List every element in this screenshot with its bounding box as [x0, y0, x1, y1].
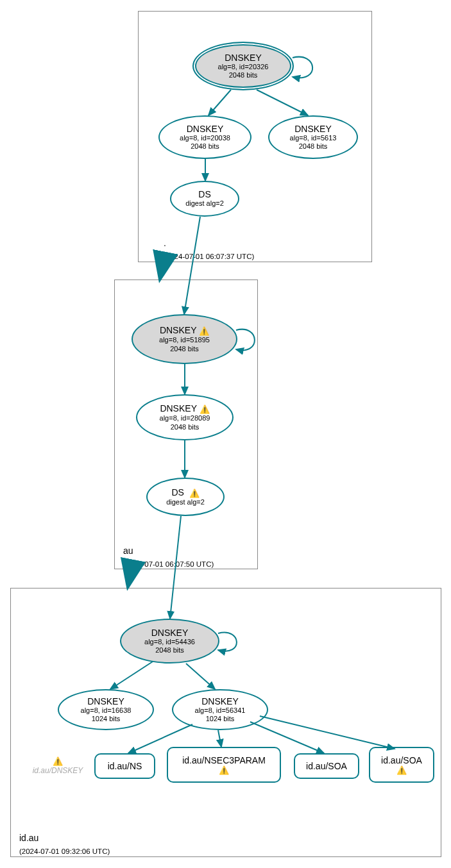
node-title: DS [198, 189, 210, 199]
node-sub1: digest alg=2 [185, 199, 224, 208]
node-rr-n3p: id.au/NSEC3PARAM ⚠️ [167, 747, 281, 783]
node-title: DS ⚠️ [171, 487, 199, 498]
warning-icon: ⚠️ [53, 756, 63, 766]
node-title: DNSKEY [87, 696, 124, 706]
warning-icon: ⚠️ [199, 326, 209, 336]
node-au-ksk: DNSKEY ⚠️ alg=8, id=51895 2048 bits [132, 314, 237, 364]
node-root-ds: DS digest alg=2 [170, 181, 239, 217]
node-root-zsk2: DNSKEY alg=8, id=5613 2048 bits [268, 115, 358, 159]
node-sub2: 2048 bits [155, 646, 184, 655]
node-title: DNSKEY ⚠️ [160, 403, 209, 414]
node-title: DNSKEY [151, 628, 189, 638]
node-title: DNSKEY [187, 124, 224, 134]
node-rr-ns: id.au/NS [94, 753, 155, 779]
zone-ts: (2024-07-01 06:07:50 UTC) [123, 560, 214, 568]
node-sub2: 2048 bits [299, 142, 328, 151]
node-root-ksk: DNSKEY alg=8, id=20326 2048 bits [192, 42, 294, 90]
zone-root-label: . (2024-07-01 06:07:37 UTC) [164, 237, 254, 262]
node-idau-dnskey-gray: ⚠️ id.au/DNSKEY [26, 756, 90, 775]
node-rr-soa2: id.au/SOA ⚠️ [369, 747, 434, 783]
node-root-zsk1: DNSKEY alg=8, id=20038 2048 bits [158, 115, 251, 159]
node-idau-zsk2: DNSKEY alg=8, id=56341 1024 bits [172, 689, 268, 730]
node-title: DNSKEY [201, 696, 239, 706]
zone-name: id.au [19, 833, 38, 843]
node-sub2: 2048 bits [170, 345, 199, 353]
node-sub1: alg=8, id=20326 [218, 63, 269, 71]
node-idau-ksk: DNSKEY alg=8, id=54436 2048 bits [120, 619, 219, 664]
zone-au-label: au (2024-07-01 06:07:50 UTC) [123, 545, 214, 570]
node-idau-zsk1: DNSKEY alg=8, id=16638 1024 bits [58, 689, 154, 730]
warning-icon: ⚠️ [219, 765, 229, 775]
warning-icon: ⚠️ [396, 765, 407, 775]
warning-icon: ⚠️ [200, 405, 210, 414]
node-sub1: alg=8, id=56341 [195, 706, 246, 715]
node-sub2: 2048 bits [229, 71, 258, 79]
node-sub1: alg=8, id=16638 [81, 706, 132, 715]
warning-icon: ⚠️ [189, 488, 200, 498]
zone-idau-label: id.au (2024-07-01 09:32:06 UTC) [19, 832, 110, 857]
node-sub2: 1024 bits [206, 715, 235, 723]
node-sub1: alg=8, id=5613 [290, 134, 337, 142]
node-title: id.au/NS [108, 761, 142, 771]
zone-name: au [123, 546, 133, 556]
node-sub2: 1024 bits [92, 715, 121, 723]
node-sub1: alg=8, id=28089 [160, 414, 210, 422]
zone-name: . [164, 238, 166, 248]
node-au-ds: DS ⚠️ digest alg=2 [146, 478, 225, 516]
node-sub1: alg=8, id=51895 [159, 336, 210, 344]
node-title: DNSKEY ⚠️ [160, 325, 209, 336]
node-sub2: 2048 bits [171, 423, 200, 431]
node-title: DNSKEY [294, 124, 332, 134]
node-title: id.au/SOA [381, 755, 422, 765]
node-sub1: digest alg=2 [166, 498, 205, 506]
node-sub1: alg=8, id=54436 [144, 638, 195, 646]
node-title: id.au/SOA [306, 761, 347, 771]
node-title: id.au/NSEC3PARAM [182, 755, 266, 765]
zone-ts: (2024-07-01 09:32:06 UTC) [19, 847, 110, 855]
node-rr-soa1: id.au/SOA [294, 753, 359, 779]
zone-ts: (2024-07-01 06:07:37 UTC) [164, 253, 254, 260]
node-sub1: alg=8, id=20038 [180, 134, 230, 142]
node-title: DNSKEY [225, 53, 262, 63]
node-au-zsk: DNSKEY ⚠️ alg=8, id=28089 2048 bits [136, 394, 234, 440]
node-sub2: 2048 bits [191, 142, 219, 151]
